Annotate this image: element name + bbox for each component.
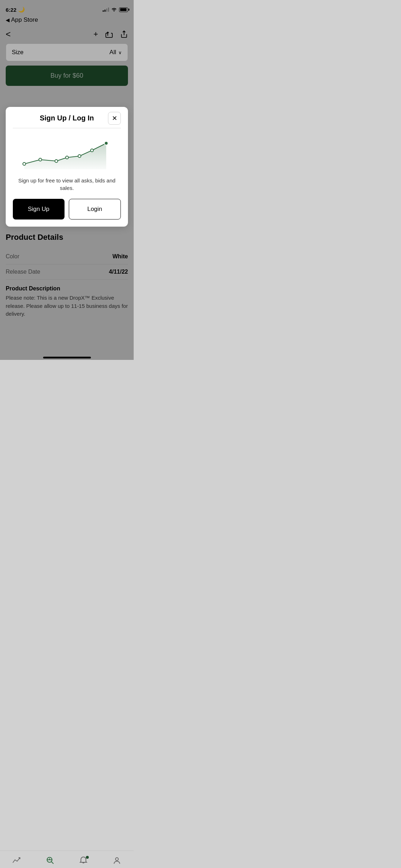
login-button[interactable]: Login [69,199,121,219]
svg-point-2 [23,162,26,165]
modal-header: Sign Up / Log In ✕ [13,114,121,122]
modal-overlay: Sign Up / Log In ✕ [0,0,134,360]
modal-buttons: Sign Up Login [13,199,121,219]
modal: Sign Up / Log In ✕ [6,107,128,227]
svg-point-3 [39,158,42,161]
svg-point-5 [66,156,68,159]
svg-point-4 [55,160,58,162]
chart-container [13,135,121,171]
svg-point-8 [104,141,108,145]
modal-divider [13,128,121,128]
modal-subtitle: Sign up for free to view all asks, bids … [13,177,121,192]
svg-point-7 [91,149,93,152]
modal-close-button[interactable]: ✕ [108,112,121,125]
svg-point-6 [78,155,81,157]
signup-button[interactable]: Sign Up [13,199,65,219]
modal-title: Sign Up / Log In [40,114,94,122]
price-chart [21,135,113,171]
